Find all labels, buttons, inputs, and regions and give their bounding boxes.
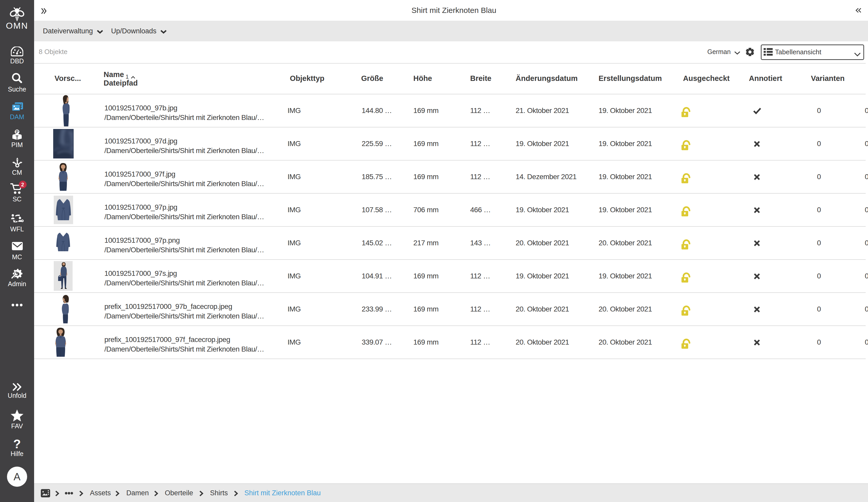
svg-text:P: P [16,130,19,134]
